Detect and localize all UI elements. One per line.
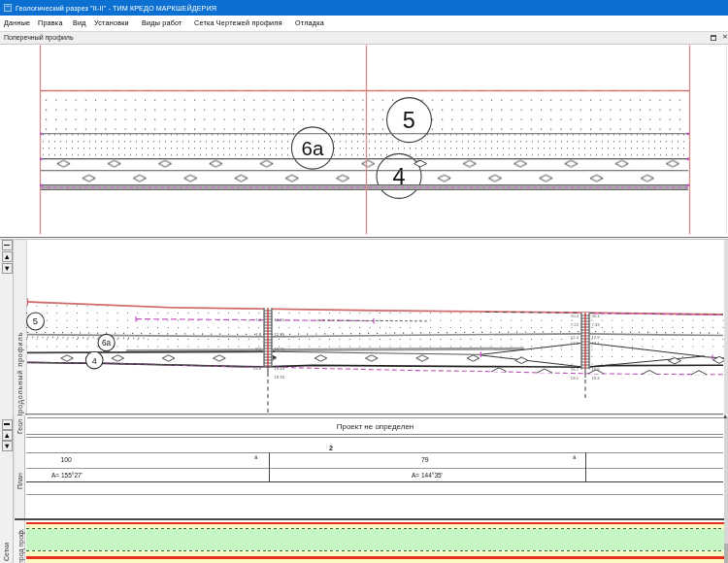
svg-text:9.2: 9.2: [255, 347, 261, 351]
svg-text:19.35: 19.35: [275, 375, 285, 380]
svg-text:20.1: 20.1: [592, 314, 601, 318]
svg-text:7.8: 7.8: [255, 332, 261, 337]
svg-text:7.3: 7.3: [255, 317, 261, 322]
svg-text:5: 5: [33, 315, 38, 326]
svg-text:15.35: 15.35: [275, 366, 285, 371]
svg-text:12.4: 12.4: [571, 335, 579, 340]
svg-text:19.3: 19.3: [592, 376, 601, 381]
svg-text:7.22: 7.22: [571, 322, 579, 327]
svg-text:12.35: 12.35: [275, 332, 285, 337]
svg-text:12.31: 12.31: [275, 317, 285, 322]
svg-text:15.7: 15.7: [571, 367, 579, 372]
svg-text:6а: 6а: [302, 137, 324, 159]
svg-text:20.4: 20.4: [571, 314, 579, 318]
svg-text:6а: 6а: [102, 339, 112, 348]
svg-text:5: 5: [403, 108, 415, 133]
svg-text:15.6: 15.6: [253, 366, 262, 371]
svg-text:7.33: 7.33: [592, 322, 601, 327]
svg-text:12.6: 12.6: [571, 341, 579, 346]
svg-text:19.1: 19.1: [571, 376, 579, 381]
svg-text:12.9: 12.9: [592, 335, 601, 340]
svg-text:13.71: 13.71: [275, 347, 285, 351]
svg-text:4: 4: [92, 356, 97, 366]
svg-text:13.1: 13.1: [592, 341, 601, 346]
svg-text:15.8: 15.8: [592, 367, 601, 372]
